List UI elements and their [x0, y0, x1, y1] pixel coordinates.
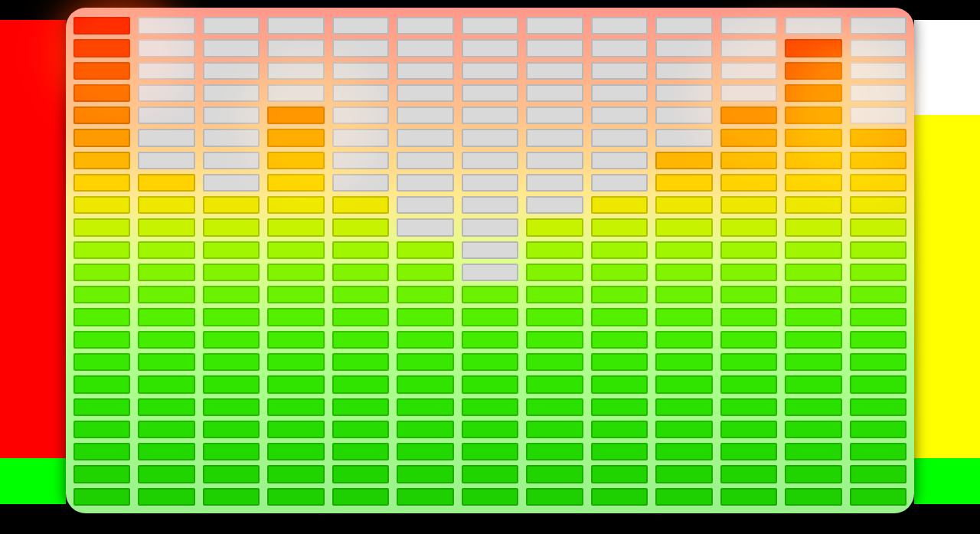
- equalizer-cell: [138, 39, 194, 57]
- equalizer-cell: [332, 241, 389, 259]
- equalizer-cell: [74, 218, 130, 236]
- equalizer-cell: [74, 331, 130, 349]
- equalizer-cell: [591, 39, 648, 57]
- equalizer-cell: [74, 241, 130, 259]
- equalizer-cell: [655, 353, 712, 371]
- equalizer-cell: [138, 421, 194, 438]
- equalizer-cell: [591, 286, 648, 303]
- equalizer-column[interactable]: [332, 17, 389, 506]
- equalizer-cell: [850, 129, 906, 146]
- equalizer-column[interactable]: [397, 17, 453, 506]
- equalizer-cell: [526, 218, 583, 236]
- equalizer-cell: [267, 443, 324, 460]
- equalizer-cell: [591, 264, 648, 281]
- equalizer-cell: [397, 443, 453, 460]
- equalizer-cell: [203, 129, 260, 146]
- equalizer-cell: [785, 353, 841, 371]
- equalizer-cell: [397, 286, 453, 303]
- equalizer-cell: [203, 106, 260, 124]
- equalizer-cell: [332, 286, 389, 303]
- equalizer-cell: [462, 218, 518, 236]
- equalizer-cell: [526, 443, 583, 460]
- equalizer-cell: [591, 152, 648, 169]
- equalizer-cell: [655, 62, 712, 80]
- equalizer-column[interactable]: [74, 17, 130, 506]
- equalizer-cell: [720, 218, 777, 236]
- equalizer-column[interactable]: [267, 17, 324, 506]
- equalizer-cell: [462, 62, 518, 80]
- equalizer-column[interactable]: [591, 17, 648, 506]
- equalizer-cell: [332, 353, 389, 371]
- equalizer-cell: [203, 465, 260, 483]
- equalizer-column[interactable]: [138, 17, 194, 506]
- equalizer-cell: [332, 62, 389, 80]
- equalizer-cell: [720, 375, 777, 393]
- equalizer-column[interactable]: [526, 17, 583, 506]
- equalizer-cell: [74, 152, 130, 169]
- equalizer-cell: [785, 17, 841, 34]
- equalizer-cell: [785, 62, 841, 80]
- equalizer-cell: [526, 174, 583, 192]
- stage: [0, 0, 980, 534]
- equalizer-cell: [591, 375, 648, 393]
- equalizer-cell: [397, 331, 453, 349]
- equalizer-cell: [526, 241, 583, 259]
- equalizer-cell: [267, 465, 324, 483]
- equalizer-column[interactable]: [720, 17, 777, 506]
- equalizer-cell: [267, 62, 324, 80]
- equalizer-cell: [267, 398, 324, 416]
- equalizer-cell: [397, 421, 453, 438]
- equalizer-cell: [785, 39, 841, 57]
- equalizer-cell: [267, 39, 324, 57]
- equalizer-cell: [720, 421, 777, 438]
- equalizer-cell: [203, 421, 260, 438]
- equalizer-cell: [462, 264, 518, 281]
- equalizer-cell: [526, 308, 583, 326]
- equalizer-cell: [655, 375, 712, 393]
- equalizer-cell: [655, 84, 712, 102]
- equalizer-column[interactable]: [203, 17, 260, 506]
- equalizer-cell: [655, 218, 712, 236]
- equalizer-cell: [203, 39, 260, 57]
- equalizer-cell: [526, 196, 583, 214]
- equalizer-cell: [332, 106, 389, 124]
- equalizer-cell: [203, 62, 260, 80]
- equalizer-cell: [850, 331, 906, 349]
- equalizer-cell: [74, 353, 130, 371]
- equalizer-cell: [203, 286, 260, 303]
- equalizer-cell: [720, 39, 777, 57]
- equalizer-cell: [397, 264, 453, 281]
- equalizer-column[interactable]: [655, 17, 712, 506]
- equalizer-cell: [462, 286, 518, 303]
- equalizer-cell: [785, 331, 841, 349]
- equalizer-cell: [74, 17, 130, 34]
- equalizer-cell: [655, 465, 712, 483]
- equalizer-cell: [397, 106, 453, 124]
- equalizer-cell: [785, 84, 841, 102]
- equalizer-grid: [74, 17, 906, 506]
- equalizer-column[interactable]: [462, 17, 518, 506]
- equalizer-cell: [332, 196, 389, 214]
- equalizer-cell: [462, 129, 518, 146]
- equalizer-cell: [267, 218, 324, 236]
- equalizer-cell: [74, 106, 130, 124]
- equalizer-column[interactable]: [785, 17, 841, 506]
- equalizer-cell: [720, 331, 777, 349]
- equalizer-cell: [720, 264, 777, 281]
- equalizer-cell: [591, 488, 648, 506]
- equalizer-cell: [138, 488, 194, 506]
- equalizer-column[interactable]: [850, 17, 906, 506]
- equalizer-cell: [74, 488, 130, 506]
- equalizer-cell: [526, 353, 583, 371]
- equalizer-cell: [267, 286, 324, 303]
- equalizer-cell: [591, 84, 648, 102]
- right-strip-green: [914, 458, 980, 504]
- equalizer-cell: [332, 488, 389, 506]
- equalizer-cell: [462, 17, 518, 34]
- equalizer-cell: [850, 241, 906, 259]
- equalizer-cell: [785, 174, 841, 192]
- equalizer-cell: [397, 129, 453, 146]
- equalizer-cell: [462, 488, 518, 506]
- equalizer-cell: [74, 398, 130, 416]
- equalizer-cell: [397, 62, 453, 80]
